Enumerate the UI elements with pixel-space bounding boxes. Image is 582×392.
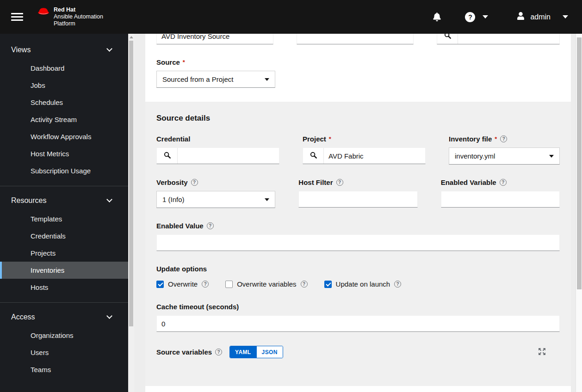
credential-search-button[interactable] [157,148,178,164]
overwrite-variables-label: Overwrite variables [237,280,296,288]
enabled-value-field-group: Enabled Value ? [156,222,560,251]
chevron-down-icon [106,46,112,52]
enabled-variable-help-icon[interactable]: ? [500,179,507,186]
sidebar-item-jobs[interactable]: Jobs [0,77,128,94]
brand-line2: Ansible Automation [54,13,103,20]
host-filter-input[interactable] [298,191,417,208]
update-on-launch-checkbox-group: Update on launch ? [324,280,402,288]
overwrite-help-icon[interactable]: ? [202,281,209,288]
inventory-source-form-card: Name * Description Execution Environment [145,3,571,392]
project-input[interactable] [324,148,425,164]
nav-group-views: Views Dashboard Jobs Schedules Activity … [0,40,128,186]
credential-input[interactable] [178,148,279,164]
sidebar-item-host-metrics[interactable]: Host Metrics [0,145,128,162]
nav-group-access-toggle[interactable]: Access [0,307,128,327]
update-on-launch-checkbox[interactable] [324,281,332,288]
verbosity-select[interactable]: 1 (Info) [156,191,275,208]
sidebar-item-teams[interactable]: Teams [0,361,128,378]
sidebar-item-users[interactable]: Users [0,344,128,361]
update-on-launch-help-icon[interactable]: ? [394,281,401,288]
sidebar-item-schedules[interactable]: Schedules [0,94,128,111]
cache-timeout-input[interactable] [156,315,560,332]
brand-logo: Red Hat Ansible Automation Platform [37,6,103,27]
nav-group-views-label: Views [11,46,31,54]
inventory-file-label: Inventory file [449,135,492,143]
caret-down-icon [265,198,269,201]
sidebar-item-activity-stream[interactable]: Activity Stream [0,111,128,128]
enabled-value-label: Enabled Value [156,222,204,230]
user-icon [517,12,525,22]
overwrite-variables-help-icon[interactable]: ? [301,281,308,288]
nav-group-resources: Resources Templates Credentials Projects… [0,186,128,302]
chevron-down-icon [106,196,112,202]
nav-toggle-hamburger-icon[interactable] [11,11,23,23]
sidebar-scrollbar-thumb[interactable] [129,41,133,326]
required-asterisk: * [495,135,497,142]
main-scrollbar-thumb[interactable] [577,37,582,289]
enabled-variable-input[interactable] [441,191,560,208]
project-label: Project [303,135,326,143]
source-variables-help-icon[interactable]: ? [215,349,222,355]
sidebar-item-credentials[interactable]: Credentials [0,227,128,245]
nav-group-views-toggle[interactable]: Views [0,40,128,60]
scroll-up-arrow-icon[interactable] [130,36,133,38]
sidebar-item-projects[interactable]: Projects [0,245,128,262]
nav-group-resources-label: Resources [11,196,46,205]
json-toggle-button[interactable]: JSON [256,346,283,358]
source-select[interactable]: Sourced from a Project [156,71,275,88]
help-caret-icon [483,15,488,18]
help-menu[interactable]: ? [465,12,488,22]
inventory-file-help-icon[interactable]: ? [500,135,507,142]
credential-label: Credential [156,135,190,143]
project-search-button[interactable] [303,148,324,164]
redhat-hat-icon [37,6,50,18]
inventory-file-select[interactable]: inventory.yml [449,147,560,165]
main-scrollbar[interactable] [576,34,582,392]
required-asterisk: * [329,135,331,142]
overwrite-variables-checkbox[interactable] [225,281,233,288]
yaml-toggle-button[interactable]: YAML [230,346,256,358]
overwrite-checkbox-group: Overwrite ? [156,280,209,288]
sidebar-item-templates[interactable]: Templates [0,210,128,227]
source-label: Source [156,58,180,66]
help-icon[interactable]: ? [465,12,475,22]
sidebar-item-dashboard[interactable]: Dashboard [0,60,128,77]
sidebar-item-workflow-approvals[interactable]: Workflow Approvals [0,128,128,145]
sidebar-item-organizations[interactable]: Organizations [0,327,128,344]
verbosity-label: Verbosity [156,178,188,186]
host-filter-help-icon[interactable]: ? [336,179,343,186]
chevron-down-icon [106,313,112,319]
brand-line3: Platform [54,20,103,27]
enabled-value-input[interactable] [156,234,560,251]
user-menu[interactable]: admin [517,12,568,22]
search-icon [310,152,317,160]
expand-arrows-icon [538,348,546,357]
host-filter-label: Host Filter [298,178,333,186]
inventory-file-field-group: Inventory file * ? inventory.yml [449,135,560,165]
overwrite-checkbox[interactable] [156,281,164,288]
required-asterisk: * [183,59,185,66]
inventory-file-select-value: inventory.yml [455,152,495,160]
top-navbar: Red Hat Ansible Automation Platform ? ad… [0,0,582,34]
sidebar-item-subscription-usage[interactable]: Subscription Usage [0,162,128,179]
credential-field-group: Credential [156,135,279,165]
enabled-value-help-icon[interactable]: ? [207,222,214,229]
main-content: Name * Description Execution Environment [134,0,582,392]
source-variables-label: Source variables [156,348,212,356]
enabled-variable-label: Enabled Variable [441,178,496,186]
source-details-title: Source details [156,114,560,123]
source-variables-row: Source variables ? YAML JSON [156,346,560,358]
user-caret-icon [563,15,568,18]
enabled-variable-field-group: Enabled Variable ? [441,178,560,208]
nav-group-resources-toggle[interactable]: Resources [0,191,128,210]
verbosity-help-icon[interactable]: ? [191,179,198,186]
expand-editor-button[interactable] [537,347,547,358]
sidebar-item-inventories[interactable]: Inventories [0,262,128,279]
notifications-bell-icon[interactable] [433,12,441,21]
cache-timeout-field-group: Cache timeout (seconds) [156,303,560,332]
verbosity-select-value: 1 (Info) [162,196,185,203]
caret-down-icon [265,78,269,81]
sidebar-item-hosts[interactable]: Hosts [0,279,128,296]
sidebar-scrollbar[interactable] [128,34,134,392]
verbosity-field-group: Verbosity ? 1 (Info) [156,178,275,208]
